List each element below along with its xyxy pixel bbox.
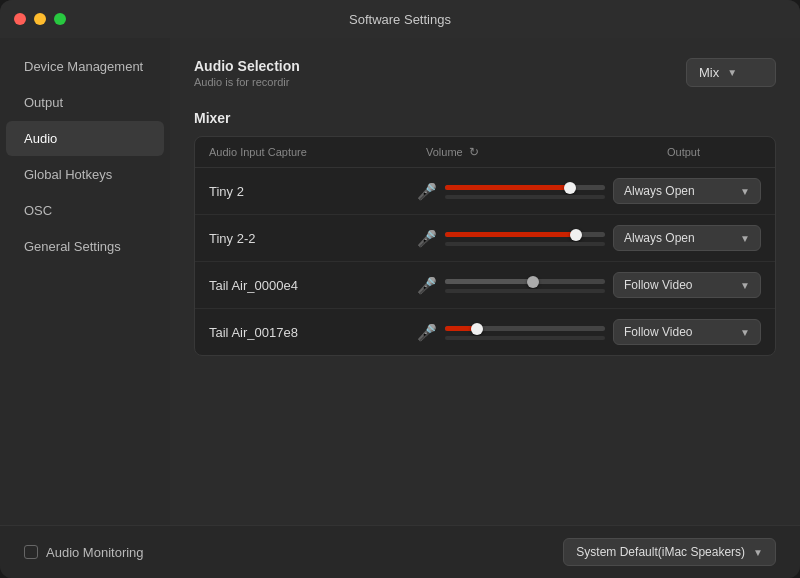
table-row: Tiny 2 🎤 Always Open ▼ <box>195 168 775 215</box>
volume-lower-0 <box>445 195 605 199</box>
mixer-header: Audio Input Capture Volume ↻ Output <box>195 137 775 168</box>
device-name-2: Tail Air_0000e4 <box>209 278 417 293</box>
output-value-1: Always Open <box>624 231 695 245</box>
volume-fill-0 <box>445 185 570 190</box>
system-dropdown-arrow-icon: ▼ <box>753 547 763 558</box>
volume-fill-2 <box>445 279 533 284</box>
system-dropdown-value: System Default(iMac Speakers) <box>576 545 745 559</box>
volume-lower-3 <box>445 336 605 340</box>
maximize-button[interactable] <box>54 13 66 25</box>
output-value-0: Always Open <box>624 184 695 198</box>
table-row: Tiny 2-2 🎤 Always Open ▼ <box>195 215 775 262</box>
app-window: Software Settings Device Management Outp… <box>0 0 800 578</box>
volume-lower-1 <box>445 242 605 246</box>
output-arrow-icon-1: ▼ <box>740 233 750 244</box>
table-row: Tail Air_0000e4 🎤 Follow Video ▼ <box>195 262 775 309</box>
volume-track-upper-2 <box>445 279 605 284</box>
sidebar-item-device-management[interactable]: Device Management <box>6 49 164 84</box>
audio-monitoring-row: Audio Monitoring <box>24 545 144 560</box>
volume-thumb-2[interactable] <box>527 276 539 288</box>
bottom-bar: Audio Monitoring System Default(iMac Spe… <box>0 525 800 578</box>
minimize-button[interactable] <box>34 13 46 25</box>
mixer-col-input-header: Audio Input Capture <box>209 146 426 158</box>
sidebar: Device Management Output Audio Global Ho… <box>0 38 170 525</box>
output-arrow-icon-2: ▼ <box>740 280 750 291</box>
audio-monitoring-checkbox[interactable] <box>24 545 38 559</box>
device-name-3: Tail Air_0017e8 <box>209 325 417 340</box>
audio-selection-title: Audio Selection <box>194 58 300 74</box>
volume-thumb-3[interactable] <box>471 323 483 335</box>
volume-track-upper-1 <box>445 232 605 237</box>
sidebar-item-audio[interactable]: Audio <box>6 121 164 156</box>
device-name-0: Tiny 2 <box>209 184 417 199</box>
audio-monitoring-label: Audio Monitoring <box>46 545 144 560</box>
mix-dropdown[interactable]: Mix ▼ <box>686 58 776 87</box>
volume-slider-3[interactable] <box>445 324 605 340</box>
output-value-2: Follow Video <box>624 278 692 292</box>
sidebar-item-output[interactable]: Output <box>6 85 164 120</box>
output-dropdown-3[interactable]: Follow Video ▼ <box>613 319 761 345</box>
volume-slider-0[interactable] <box>445 183 605 199</box>
mixer-col-volume-header: Volume ↻ <box>426 145 606 159</box>
mic-button-1[interactable]: 🎤 <box>417 229 437 248</box>
volume-track-upper-0 <box>445 185 605 190</box>
mic-button-0[interactable]: 🎤 <box>417 182 437 201</box>
refresh-icon[interactable]: ↻ <box>469 145 479 159</box>
volume-track-upper-3 <box>445 326 605 331</box>
mic-button-3[interactable]: 🎤 <box>417 323 437 342</box>
sidebar-item-global-hotkeys[interactable]: Global Hotkeys <box>6 157 164 192</box>
volume-slider-1[interactable] <box>445 230 605 246</box>
volume-thumb-0[interactable] <box>564 182 576 194</box>
mix-dropdown-value: Mix <box>699 65 719 80</box>
device-name-1: Tiny 2-2 <box>209 231 417 246</box>
table-row: Tail Air_0017e8 🎤 Follow Video ▼ <box>195 309 775 355</box>
mixer-title: Mixer <box>194 110 776 126</box>
system-default-dropdown[interactable]: System Default(iMac Speakers) ▼ <box>563 538 776 566</box>
titlebar: Software Settings <box>0 0 800 38</box>
mix-dropdown-arrow-icon: ▼ <box>727 67 737 78</box>
output-dropdown-1[interactable]: Always Open ▼ <box>613 225 761 251</box>
volume-slider-2[interactable] <box>445 277 605 293</box>
sidebar-item-general-settings[interactable]: General Settings <box>6 229 164 264</box>
traffic-lights <box>14 13 66 25</box>
mixer-container: Audio Input Capture Volume ↻ Output Tiny… <box>194 136 776 356</box>
sidebar-item-osc[interactable]: OSC <box>6 193 164 228</box>
output-value-3: Follow Video <box>624 325 692 339</box>
output-arrow-icon-3: ▼ <box>740 327 750 338</box>
volume-lower-2 <box>445 289 605 293</box>
volume-thumb-1[interactable] <box>570 229 582 241</box>
audio-selection-subtitle: Audio is for recordir <box>194 76 300 88</box>
output-arrow-icon-0: ▼ <box>740 186 750 197</box>
window-title: Software Settings <box>349 12 451 27</box>
mixer-col-output-header: Output <box>606 146 761 158</box>
main-content: Device Management Output Audio Global Ho… <box>0 38 800 525</box>
volume-fill-1 <box>445 232 576 237</box>
audio-selection-header: Audio Selection Audio is for recordir <box>194 58 300 88</box>
audio-selection-row: Audio Selection Audio is for recordir Mi… <box>194 58 776 92</box>
mic-button-2[interactable]: 🎤 <box>417 276 437 295</box>
output-dropdown-0[interactable]: Always Open ▼ <box>613 178 761 204</box>
close-button[interactable] <box>14 13 26 25</box>
output-dropdown-2[interactable]: Follow Video ▼ <box>613 272 761 298</box>
content-area: Audio Selection Audio is for recordir Mi… <box>170 38 800 525</box>
